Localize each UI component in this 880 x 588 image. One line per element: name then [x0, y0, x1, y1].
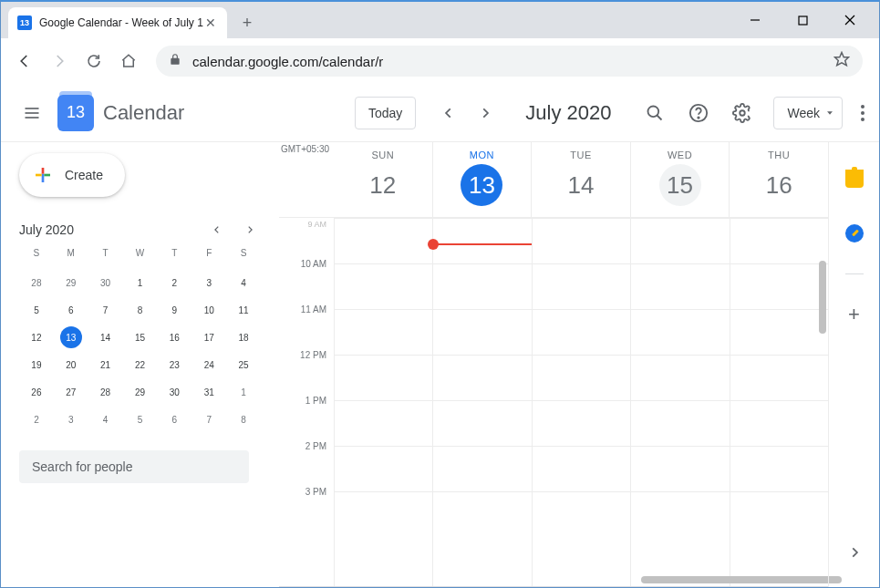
mini-day[interactable]: 26 — [19, 381, 54, 403]
mini-day[interactable]: 15 — [123, 326, 158, 348]
day-of-week-label: WED — [631, 150, 730, 160]
collapse-panel-icon[interactable] — [836, 534, 873, 571]
mini-day[interactable]: 2 — [157, 272, 192, 294]
address-bar[interactable]: calendar.google.com/calendar/r — [156, 46, 863, 77]
hamburger-menu-icon[interactable] — [14, 95, 50, 131]
time-grid[interactable]: 9 AM 10 AM11 AM12 PM1 PM2 PM3 PM — [279, 218, 828, 587]
sidebar: Create July 2020 SMTWTFS2829301234567891… — [1, 142, 279, 587]
vertical-scrollbar[interactable] — [819, 261, 826, 334]
day-column[interactable] — [334, 218, 432, 587]
mini-day[interactable]: 30 — [88, 272, 123, 294]
day-number[interactable]: 16 — [758, 164, 800, 206]
mini-day[interactable]: 2 — [19, 408, 54, 430]
horizontal-scrollbar[interactable] — [641, 576, 842, 583]
search-icon[interactable] — [637, 95, 673, 131]
search-people-input[interactable]: Search for people — [19, 450, 249, 483]
mini-day[interactable]: 28 — [19, 272, 54, 294]
mini-day[interactable]: 16 — [157, 326, 192, 348]
prev-period-icon[interactable] — [434, 98, 463, 128]
mini-day[interactable]: 3 — [54, 408, 88, 430]
day-column[interactable] — [730, 218, 828, 587]
day-column[interactable] — [432, 218, 531, 587]
window-minimize-icon[interactable] — [742, 7, 768, 33]
chevron-down-icon — [825, 108, 834, 118]
nav-back-icon[interactable] — [12, 48, 37, 74]
mini-day[interactable]: 21 — [88, 354, 123, 376]
day-of-week-label: MON — [433, 150, 532, 160]
next-period-icon[interactable] — [471, 98, 500, 128]
mini-day[interactable]: 6 — [54, 299, 88, 321]
mini-day[interactable]: 5 — [19, 299, 54, 321]
settings-gear-icon[interactable] — [724, 95, 761, 131]
day-header[interactable]: THU16 — [729, 142, 828, 217]
tasks-icon[interactable] — [836, 215, 873, 252]
day-header[interactable]: SUN12 — [334, 142, 432, 217]
apps-grip-icon[interactable] — [855, 105, 870, 121]
day-number[interactable]: 13 — [461, 164, 502, 206]
mini-day[interactable]: 29 — [123, 381, 158, 403]
day-header[interactable]: TUE14 — [531, 142, 630, 217]
tab-title: Google Calendar - Week of July 1 — [39, 16, 203, 29]
bookmark-star-icon[interactable] — [833, 51, 850, 71]
mini-day[interactable]: 7 — [192, 408, 226, 430]
day-header[interactable]: WED15 — [630, 142, 730, 217]
nav-reload-icon[interactable] — [81, 48, 107, 74]
mini-day[interactable]: 6 — [157, 408, 192, 430]
create-label: Create — [65, 168, 103, 182]
mini-day[interactable]: 27 — [54, 381, 88, 403]
window-close-icon[interactable] — [837, 7, 863, 33]
mini-day[interactable]: 20 — [54, 354, 88, 376]
mini-day[interactable]: 1 — [226, 381, 261, 403]
mini-day[interactable]: 31 — [192, 381, 226, 403]
time-label: 12 PM — [300, 350, 326, 360]
mini-day[interactable]: 8 — [123, 299, 158, 321]
mini-day[interactable]: 24 — [192, 354, 226, 376]
time-label: 1 PM — [305, 396, 326, 406]
mini-day[interactable]: 25 — [226, 354, 261, 376]
mini-day[interactable]: 7 — [88, 299, 123, 321]
help-icon[interactable] — [680, 95, 717, 131]
mini-day[interactable]: 13 — [54, 326, 88, 348]
today-button[interactable]: Today — [355, 97, 416, 129]
keep-icon[interactable] — [836, 160, 873, 197]
mini-day[interactable]: 29 — [54, 272, 88, 294]
mini-cal-prev-icon[interactable] — [206, 219, 228, 241]
nav-home-icon[interactable] — [116, 48, 141, 74]
mini-day[interactable]: 19 — [19, 354, 54, 376]
browser-tab[interactable]: 13 Google Calendar - Week of July 1 ✕ — [8, 7, 227, 38]
mini-day[interactable]: 23 — [157, 354, 192, 376]
time-label: 10 AM — [301, 259, 326, 269]
mini-day[interactable]: 28 — [88, 381, 123, 403]
mini-day[interactable]: 4 — [88, 408, 123, 430]
mini-day[interactable]: 10 — [192, 299, 226, 321]
mini-day[interactable]: 30 — [157, 381, 192, 403]
browser-titlebar: 13 Google Calendar - Week of July 1 ✕ + — [1, 2, 879, 38]
day-number[interactable]: 12 — [362, 164, 404, 206]
mini-day[interactable]: 3 — [192, 272, 226, 294]
create-button[interactable]: Create — [19, 153, 125, 197]
view-selector[interactable]: Week — [773, 97, 843, 129]
window-maximize-icon[interactable] — [790, 7, 815, 33]
mini-day[interactable]: 1 — [123, 272, 158, 294]
mini-cal-next-icon[interactable] — [239, 219, 261, 241]
mini-day[interactable]: 12 — [19, 326, 54, 348]
new-tab-button[interactable]: + — [234, 10, 260, 36]
day-number[interactable]: 14 — [560, 164, 602, 206]
mini-day[interactable]: 14 — [88, 326, 123, 348]
day-number[interactable]: 15 — [659, 164, 701, 206]
mini-day[interactable]: 11 — [226, 299, 261, 321]
tab-close-icon[interactable]: ✕ — [203, 15, 218, 30]
mini-day[interactable]: 8 — [226, 408, 261, 430]
addons-plus-icon[interactable]: + — [836, 296, 873, 333]
day-header[interactable]: MON13 — [432, 142, 532, 217]
day-column[interactable] — [532, 218, 630, 587]
mini-day[interactable]: 18 — [226, 326, 261, 348]
mini-day[interactable]: 17 — [192, 326, 226, 348]
now-indicator — [433, 243, 531, 245]
mini-day[interactable]: 4 — [226, 272, 261, 294]
mini-day[interactable]: 9 — [157, 299, 192, 321]
mini-day[interactable]: 22 — [123, 354, 158, 376]
calendar-logo[interactable]: 13 Calendar — [57, 95, 184, 131]
mini-day[interactable]: 5 — [123, 408, 158, 430]
day-column[interactable] — [630, 218, 729, 587]
